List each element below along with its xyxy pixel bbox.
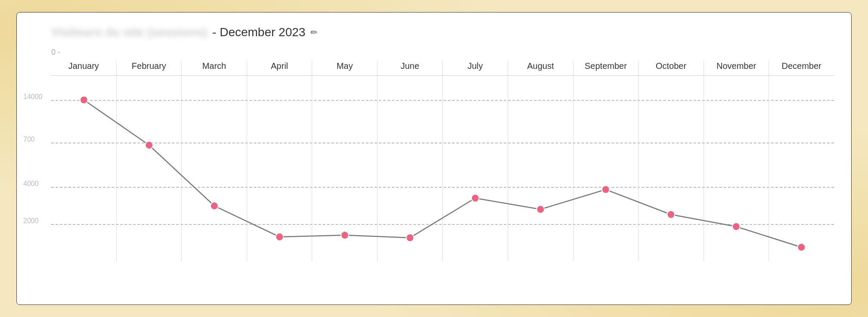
chart-date: - December 2023 bbox=[212, 25, 305, 39]
y-tick-700: 700 bbox=[23, 136, 35, 143]
dot-august[interactable] bbox=[536, 205, 544, 213]
chart-line bbox=[84, 100, 802, 247]
dot-june[interactable] bbox=[406, 234, 414, 242]
month-january: January bbox=[51, 61, 116, 75]
dot-may[interactable] bbox=[341, 231, 349, 239]
month-july: July bbox=[442, 61, 508, 75]
month-march: March bbox=[181, 61, 247, 75]
dot-february[interactable] bbox=[145, 141, 153, 149]
month-headers: January February March April May June Ju… bbox=[51, 61, 834, 76]
month-february: February bbox=[116, 61, 182, 75]
month-april: April bbox=[247, 61, 312, 75]
dot-july[interactable] bbox=[471, 194, 479, 202]
month-may: May bbox=[312, 61, 377, 75]
dot-april[interactable] bbox=[276, 233, 283, 241]
line-chart-svg bbox=[51, 76, 834, 261]
month-september: September bbox=[573, 61, 639, 75]
month-november: November bbox=[704, 61, 769, 75]
chart-area: January February March April May June Ju… bbox=[51, 61, 834, 285]
y-tick-14000: 14000 bbox=[23, 93, 43, 101]
dot-january[interactable] bbox=[80, 96, 88, 104]
edit-icon[interactable]: ✏ bbox=[310, 27, 318, 37]
dot-november[interactable] bbox=[732, 223, 740, 230]
chart-container: Visiteurs du site (sessions) - December … bbox=[16, 12, 852, 305]
dot-march[interactable] bbox=[211, 202, 218, 210]
graph-body: 14000 700 4000 2000 bbox=[51, 76, 834, 261]
y-label-zero: 0 - bbox=[51, 48, 60, 56]
month-december: December bbox=[769, 61, 834, 75]
dot-september[interactable] bbox=[602, 186, 610, 193]
y-tick-2000: 2000 bbox=[23, 217, 39, 225]
dot-october[interactable] bbox=[667, 211, 675, 218]
chart-title-blurred: Visiteurs du site (sessions) bbox=[51, 25, 207, 39]
y-tick-4000: 4000 bbox=[23, 180, 39, 188]
chart-header: Visiteurs du site (sessions) - December … bbox=[51, 25, 834, 39]
month-october: October bbox=[638, 61, 704, 75]
dot-december[interactable] bbox=[797, 243, 805, 251]
month-june: June bbox=[377, 61, 443, 75]
month-august: August bbox=[508, 61, 573, 75]
